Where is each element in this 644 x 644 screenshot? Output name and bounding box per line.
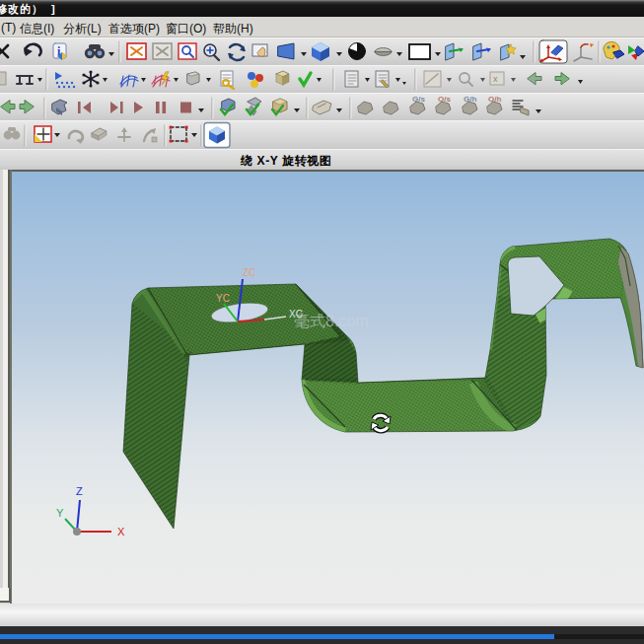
svg-text:O/h: O/h	[488, 95, 501, 104]
svg-text:G/h: G/h	[464, 95, 476, 104]
svg-text:YC: YC	[216, 293, 230, 304]
svg-text:ZC: ZC	[243, 267, 255, 278]
svg-text:XC: XC	[289, 309, 303, 320]
svg-text:X: X	[117, 526, 125, 537]
svg-text:Z: Z	[76, 485, 83, 497]
svg-text:O/s: O/s	[438, 95, 451, 104]
svg-text:Y: Y	[56, 507, 64, 519]
svg-text:x: x	[493, 74, 498, 84]
svg-text:G/s: G/s	[412, 95, 425, 104]
svg-text:毫式8.com: 毫式8.com	[294, 313, 369, 329]
